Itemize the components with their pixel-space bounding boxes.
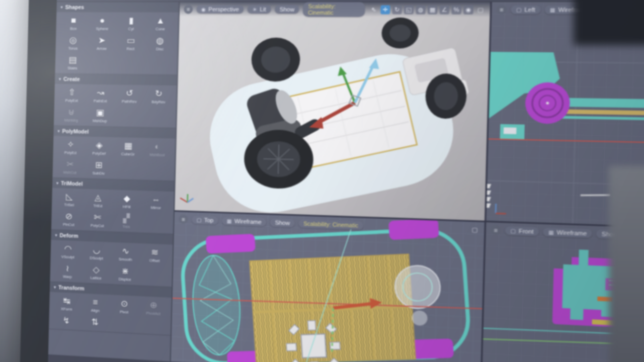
tool-align[interactable]: ≡Align	[81, 297, 110, 313]
cropped-tool-icon: ⇅	[91, 318, 99, 327]
tool-cyl[interactable]: ▮Cyl	[116, 16, 146, 31]
tool-dsculpt[interactable]: ◡DSculpt	[82, 245, 111, 261]
angle-snap-icon[interactable]: ∠	[440, 5, 450, 14]
tool-smooth[interactable]: ∿Smooth	[111, 246, 140, 262]
bezel-corner-shadow	[574, 0, 644, 45]
show-dropdown[interactable]: Show	[275, 5, 299, 14]
vsculpt-icon: ◠	[64, 244, 72, 253]
tool-bdyrev[interactable]: ↻BdyRev	[144, 89, 174, 105]
lit-icon: ☀	[252, 7, 257, 12]
align-icon: ≡	[93, 298, 98, 307]
section-title: PolyModel	[62, 128, 89, 135]
collapse-caret-icon: ▾	[54, 285, 56, 289]
tool-polydef[interactable]: ◈PolyDef	[85, 141, 114, 156]
smooth-icon: ∿	[122, 247, 129, 256]
perspective-viewport-canvas[interactable]	[175, 2, 490, 221]
viewport-menu-icon[interactable]: ≡	[184, 5, 193, 14]
pathrev-icon: ↺	[126, 89, 133, 98]
tool-plncut[interactable]: ⊘PlnCut	[54, 212, 83, 227]
scalability-chip[interactable]: Scalability: Cinematic	[298, 219, 363, 230]
tool-lattice[interactable]: ◇Lattice	[82, 265, 111, 281]
wireframe-icon: ▦	[550, 7, 555, 13]
cropped-tool[interactable]: ⇅	[80, 317, 110, 329]
tool-offset[interactable]: ≋Offset	[140, 247, 170, 263]
bdyrev-icon: ↻	[155, 89, 163, 99]
displace-icon: ⋇	[121, 266, 129, 276]
scalability-chip[interactable]: Scalability: Cinematic	[303, 2, 365, 17]
stairs-icon: ▤	[68, 56, 77, 64]
tool-mshcut[interactable]: ✂MshCut	[56, 160, 85, 175]
scale-tool-icon[interactable]: ◱	[404, 5, 414, 14]
tool-vsculpt[interactable]: ◠VSculpt	[53, 244, 82, 260]
tool-pivotact[interactable]: ⊕PivotAct	[138, 300, 168, 316]
tool-pivot[interactable]: ⊙Pivot	[110, 299, 139, 315]
view-mode-dropdown[interactable]: ▢Front	[505, 226, 539, 236]
maximize-viewport-icon[interactable]: ▢	[470, 225, 480, 234]
box-icon: ■	[71, 16, 76, 25]
tool-sphere[interactable]: ●Sphere	[88, 16, 117, 31]
cubegr-icon: ▦	[124, 141, 132, 150]
tool-stairs[interactable]: ▤Stairs	[58, 56, 87, 71]
offset-icon: ≋	[151, 248, 158, 257]
view-mode-dropdown[interactable]: ◉Perspective	[196, 5, 244, 14]
viewport-perspective[interactable]: ≡ ◉Perspective ☀Lit Show Scalability: Ci…	[175, 2, 490, 221]
rotate-tool-icon[interactable]: ↻	[392, 5, 401, 14]
tool-arrow[interactable]: ➤Arrow	[87, 36, 116, 51]
shading-dropdown[interactable]: ☀Lit	[248, 5, 271, 14]
tool-torus[interactable]: ◎Torus	[58, 36, 87, 51]
tool-mirror[interactable]: ⇔Mirror	[141, 195, 171, 211]
tool-pathext[interactable]: ↝PathExt	[86, 88, 115, 104]
tool-polycut[interactable]: ✄PolyCut	[83, 213, 112, 228]
section-trimodel: ▾TriModel ◺TriSel ◬TriEd ◆HFill ⇔Mirror …	[51, 178, 175, 235]
tool-rect[interactable]: ▭Rect	[116, 36, 146, 51]
move-tool-icon[interactable]: ✛	[380, 5, 390, 14]
arrow-icon: ➤	[98, 36, 106, 45]
viewport-menu-icon[interactable]: ≡	[179, 215, 188, 224]
tool-displace[interactable]: ⋇Displce	[110, 266, 139, 282]
tool-polyed[interactable]: ✧PolyEd	[56, 140, 85, 155]
scale-snap-icon[interactable]: %	[451, 5, 461, 14]
shading-dropdown[interactable]: ▦Wireframe	[543, 227, 592, 238]
tool-trim[interactable]: ▞Trim	[112, 214, 141, 230]
viewport-menu-icon[interactable]: ≡	[496, 5, 507, 14]
cropped-tool[interactable]: ↯	[52, 316, 80, 327]
perspective-viewport-toolbar: ≡ ◉Perspective ☀Lit Show Scalability: Ci…	[180, 2, 491, 17]
tool-mshbool[interactable]: ◐MshBool	[142, 142, 172, 157]
photo-of-monitor: ⇓ ◪▾ ✚ ⇘ ▶ » ■ ↥ ⋮ ▣ Platforms ▾ ◫ ⋮	[0, 0, 644, 362]
select-tool-icon[interactable]: ⇖	[369, 5, 378, 14]
view-mode-dropdown[interactable]: ▢Top	[192, 215, 218, 224]
camera-speed-icon[interactable]: ◉	[463, 5, 473, 14]
section-create: ▾Create ⇧PolyExt ↝PathExt ↺PathRev ↻BdyR…	[54, 74, 177, 128]
tool-pathrev[interactable]: ↺PathRev	[115, 89, 144, 104]
tool-trisel[interactable]: ◺TriSel	[55, 192, 84, 208]
tool-cubegr[interactable]: ▦CubeGr	[113, 141, 143, 157]
tool-xform[interactable]: ↹XForm	[52, 296, 81, 312]
tool-hfill[interactable]: ◆HFill	[112, 194, 141, 209]
tool-mshdup[interactable]: ▣MshDup	[86, 108, 115, 123]
disc-icon: ◍	[156, 36, 164, 45]
collapse-caret-icon: ▾	[59, 76, 61, 81]
hfill-icon: ◆	[123, 194, 130, 203]
tool-polyext[interactable]: ⇧PolyExt	[57, 88, 86, 103]
room-background-right	[609, 166, 644, 362]
tool-subdiv[interactable]: ⊞SubDiv	[84, 160, 113, 176]
tool-cone[interactable]: ▲Cone	[145, 17, 175, 32]
tool-mshmrg[interactable]: ⊎MshMrg	[57, 108, 86, 123]
tool-warp[interactable]: ≀Warp	[53, 263, 82, 280]
world-space-icon[interactable]: ◍	[416, 5, 426, 14]
section-deform: ▾Deform ◠VSculpt ◡DSculpt ∿Smooth ≋Offse…	[50, 230, 173, 288]
viewport-menu-icon[interactable]: ≡	[491, 225, 501, 235]
view-mode-dropdown[interactable]: ▢Left	[511, 6, 540, 14]
shading-dropdown[interactable]: ▦Wireframe	[222, 217, 267, 227]
collapse-caret-icon: ▾	[55, 233, 57, 237]
section-shapes-header[interactable]: ▾Shapes	[56, 2, 179, 13]
section-title: TriModel	[61, 180, 83, 187]
maximize-viewport-icon[interactable]: ▢	[475, 5, 486, 14]
show-dropdown[interactable]: Show	[270, 218, 295, 227]
grid-snap-icon[interactable]: ▦	[428, 5, 438, 14]
mshbool-icon: ◐	[154, 142, 160, 151]
viewport-top[interactable]: ≡ ▢Top ▦Wireframe Show Scalability: Cine…	[171, 212, 485, 362]
tool-disc[interactable]: ◍Disc	[145, 36, 175, 51]
tool-box[interactable]: ■Box	[59, 16, 88, 31]
tool-tried[interactable]: ◬TriEd	[84, 193, 113, 209]
